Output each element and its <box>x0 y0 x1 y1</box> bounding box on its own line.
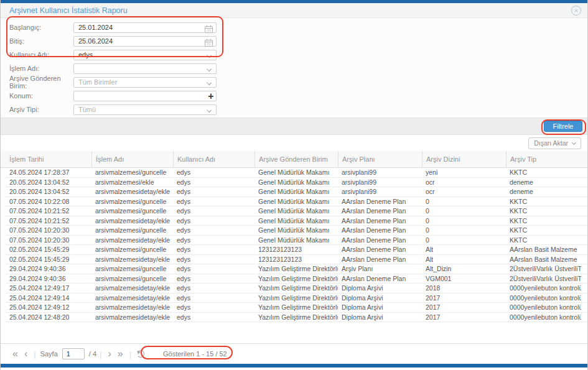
table-cell: arsivmalzemesidetay/ekle <box>91 284 173 292</box>
form-row-konum: Konum: + <box>9 89 587 103</box>
pager-divider: | <box>34 349 35 359</box>
table-cell: ocr <box>422 188 506 195</box>
table-cell: Diploma Arşivi <box>338 313 422 321</box>
bitis-date-field[interactable] <box>73 36 217 47</box>
column-header[interactable]: Arşive Gönderen Birim <box>254 151 338 167</box>
table-row[interactable]: 02.05.2024 15:45:29arsivmalzemesidetay/e… <box>6 255 587 265</box>
prev-page-button[interactable]: ‹ <box>21 349 30 359</box>
kullanici-adi-select[interactable]: edys <box>73 50 217 60</box>
table-row[interactable]: 25.04.2024 12:49:12arsivmalzemesidetay/e… <box>6 303 587 313</box>
table-cell: arsivmalzemesi/guncelle <box>91 198 173 205</box>
konum-field[interactable]: + <box>73 91 217 101</box>
table-cell: deneme <box>506 188 581 195</box>
chevron-down-icon <box>572 140 576 144</box>
table-cell: arsivmalzemesi/guncelle <box>91 169 173 176</box>
table-row[interactable]: 07.05.2024 10:21:52arsivmalzemesi/guncel… <box>6 206 587 216</box>
page-label: Sayfa <box>40 350 58 358</box>
table-cell: arsivmalzemesidetay/ekle <box>91 188 173 195</box>
table-header: İşlem Tarihiİşlem AdıKullanıcı AdıArşive… <box>1 151 587 168</box>
table-row[interactable]: 29.04.2024 9:40:36arsivmalzemesi/guncell… <box>6 264 587 274</box>
calendar-icon[interactable] <box>205 24 213 35</box>
first-page-button[interactable]: « <box>9 349 21 359</box>
table-cell: edys <box>173 198 254 205</box>
table-row[interactable]: 20.05.2024 13:04:52arsivmalzemesidetay/e… <box>6 187 587 197</box>
plus-icon[interactable]: + <box>205 91 217 102</box>
refresh-icon[interactable] <box>137 350 144 358</box>
form-row-arsive-gonderen-birim: Arşive Gönderen Birim: Tüm Birimler <box>9 75 587 89</box>
disari-aktar-button[interactable]: Dışarı Aktar <box>528 137 581 149</box>
table-row[interactable]: 07.05.2024 10:21:52arsivmalzemesidetay/e… <box>6 216 587 226</box>
table-cell: Alt <box>422 256 506 263</box>
table-cell: Yazılım Geliştirme Direktörlüğü <box>254 265 338 272</box>
selected-value: edys <box>74 51 216 58</box>
table-cell: 25.04.2024 12:49:17 <box>6 284 91 292</box>
next-page-button[interactable]: › <box>105 349 114 359</box>
calendar-icon[interactable] <box>205 38 213 49</box>
table-row[interactable]: 25.04.2024 12:48:20arsivmalzemesidetay/e… <box>6 313 587 323</box>
close-icon[interactable]: × <box>571 6 581 16</box>
filtrele-button[interactable]: Filtrele <box>544 121 582 132</box>
column-header[interactable]: Arşiv Dizini <box>422 151 506 167</box>
table-cell: edys <box>173 294 254 302</box>
table-cell: edys <box>173 313 254 321</box>
table-cell: edys <box>173 236 254 244</box>
table-cell: Yazılım Geliştirme Direktörlüğü <box>254 275 338 282</box>
table-cell: Genel Müdürlük Makamı <box>254 217 338 224</box>
table-cell: 0000yenilebuton kontrolü <box>506 294 581 302</box>
arsiv-tipi-select[interactable]: Tümü <box>73 104 217 115</box>
arsive-gonderen-birim-select[interactable]: Tüm Birimler <box>73 77 217 88</box>
table-row[interactable]: 20.05.2024 13:04:52arsivmalzemesi/ekleed… <box>6 178 587 188</box>
konum-input[interactable] <box>74 91 216 101</box>
baslangic-input[interactable] <box>74 23 216 32</box>
form-row-arsiv-tipi: Arşiv Tipi: Tümü <box>9 103 587 116</box>
arsive-gonderen-birim-label: Arşive Gönderen Birim: <box>9 75 73 90</box>
table-row[interactable]: 07.05.2024 10:22:08arsivmalzemesi/guncel… <box>6 197 587 207</box>
column-header[interactable]: İşlem Tarihi <box>6 151 91 167</box>
table-cell: Genel Müdürlük Makamı <box>254 207 338 215</box>
table-row[interactable]: 29.04.2024 9:40:36arsivmalzemesi/guncell… <box>6 274 587 284</box>
table-cell: 0 <box>422 198 506 205</box>
table-cell: arsivmalzemesidetay/ekle <box>91 303 173 311</box>
column-header[interactable]: İşlem Adı <box>91 151 173 167</box>
table-cell: edys <box>173 246 254 253</box>
page-input[interactable] <box>62 348 85 359</box>
table-cell: KKTC <box>506 217 581 224</box>
table-cell: edys <box>173 217 254 224</box>
table-cell: Genel Müdürlük Makamı <box>254 178 338 186</box>
table-row[interactable]: 02.05.2024 15:45:29arsivmalzemesi/guncel… <box>6 245 587 255</box>
table-cell: 0000yenilebuton kontrolü <box>506 284 581 292</box>
table-cell: Yazılım Geliştirme Direktörlüğü <box>254 303 338 311</box>
column-header[interactable]: Arşiv Tip <box>506 151 581 167</box>
table-row[interactable]: 24.05.2024 17:28:37arsivmalzemesi/guncel… <box>6 168 587 178</box>
table-cell: KKTC <box>506 198 581 205</box>
table-cell: 2018 <box>422 284 506 292</box>
grid-empty-area <box>1 322 587 343</box>
column-header[interactable]: Kullanıcı Adı <box>173 151 254 167</box>
table-cell: VGM001 <box>422 275 506 282</box>
baslangic-date-field[interactable] <box>73 22 217 33</box>
last-page-button[interactable]: » <box>114 349 126 359</box>
table-cell: 2ÜstveriliVarlık ÜstveriliTip <box>506 275 581 282</box>
table-row[interactable]: 07.05.2024 10:20:30arsivmalzemesi/guncel… <box>6 226 587 236</box>
table-cell: KKTC <box>506 169 581 176</box>
table-cell: 0000yenilebuton kontrolü <box>506 303 581 311</box>
table-cell: 123123123123 <box>254 256 338 263</box>
table-cell: 25.04.2024 12:49:12 <box>6 303 91 311</box>
table-cell: 20.05.2024 13:04:52 <box>6 178 91 186</box>
table-row[interactable]: 07.05.2024 10:20:30arsivmalzemesidetay/e… <box>6 236 587 246</box>
table-cell: ocr <box>422 178 506 186</box>
table-cell: arsivmalzemesi/guncelle <box>91 246 173 253</box>
table-cell: AArslan Deneme Plan <box>338 275 422 282</box>
table-row[interactable]: 25.04.2024 12:49:14arsivmalzemesidetay/e… <box>6 294 587 303</box>
table-row[interactable]: 25.04.2024 12:49:17arsivmalzemesidetay/e… <box>6 284 587 294</box>
table-cell: 07.05.2024 10:20:30 <box>6 236 91 244</box>
table-cell: arsivmalzemesi/guncelle <box>91 207 173 215</box>
column-header[interactable]: Arşiv Planı <box>338 151 422 167</box>
table-cell: Genel Müdürlük Makamı <box>254 236 338 244</box>
islem-adi-select[interactable] <box>73 63 217 74</box>
table-cell: arsivmalzemesidetay/ekle <box>91 313 173 321</box>
table-cell: 07.05.2024 10:21:52 <box>6 207 91 215</box>
bitis-input[interactable] <box>74 37 216 46</box>
table-cell: AArslan Deneme Plan <box>338 198 422 205</box>
table-cell: 123123123123 <box>254 246 338 253</box>
